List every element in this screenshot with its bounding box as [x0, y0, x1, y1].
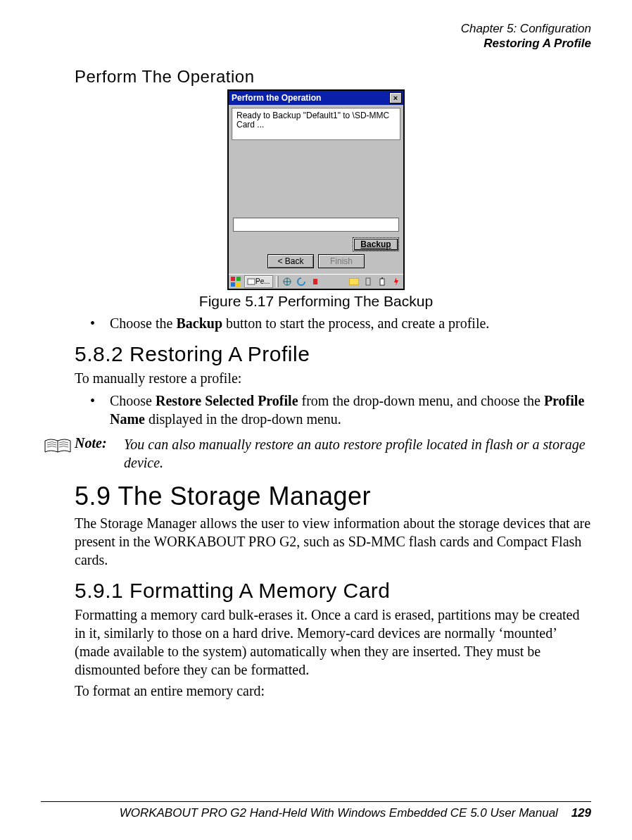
- note-text: You can also manually restore an auto re…: [124, 435, 591, 472]
- tray-power-icon[interactable]: [391, 276, 402, 287]
- dialog-message: Ready to Backup "Default1" to \SD-MMC Ca…: [232, 108, 400, 140]
- bullet-1-pre: Choose the: [110, 315, 176, 331]
- header-chapter: Chapter 5: Configuration: [41, 21, 591, 36]
- bullet-1-bold: Backup: [176, 315, 222, 331]
- bullet-2-mid: from the drop-down menu, and choose the: [298, 393, 544, 408]
- svg-rect-8: [366, 278, 370, 285]
- heading-perform-operation: Perform The Operation: [75, 67, 591, 87]
- figure-caption: Figure 5.17 Performing The Backup: [41, 293, 591, 310]
- close-button[interactable]: ×: [389, 92, 402, 104]
- note-icon: [41, 435, 75, 455]
- paragraph-format-b: To format an entire memory card:: [75, 682, 591, 700]
- svg-rect-1: [236, 277, 241, 281]
- dialog-titlebar: Perform the Operation ×: [229, 91, 403, 105]
- back-button[interactable]: < Back: [267, 254, 314, 268]
- svg-rect-3: [236, 282, 241, 287]
- backup-button[interactable]: Backup: [353, 237, 399, 251]
- bullet-marker: •: [90, 391, 110, 428]
- svg-rect-9: [380, 279, 384, 285]
- finish-button: Finish: [318, 254, 365, 268]
- svg-rect-10: [381, 277, 383, 279]
- tray-device-icon[interactable]: [362, 276, 374, 287]
- page: Chapter 5: Configuration Restoring A Pro…: [0, 0, 632, 840]
- dialog-perform-operation: Perform the Operation × Ready to Backup …: [227, 89, 405, 290]
- header-section: Restoring A Profile: [41, 36, 591, 51]
- bullet-2-pre: Choose: [110, 393, 156, 408]
- footer-page-number: 129: [571, 806, 591, 820]
- running-header: Chapter 5: Configuration Restoring A Pro…: [41, 21, 591, 51]
- tray-battery-icon[interactable]: [377, 276, 388, 287]
- paragraph-restore-intro: To manually restore a profile:: [75, 369, 591, 387]
- taskbar-divider: [276, 276, 279, 287]
- footer: WORKABOUT PRO G2 Hand-Held With Windows …: [41, 801, 591, 820]
- progress-bar: [233, 218, 399, 232]
- bullet-2-bold1: Restore Selected Profile: [156, 393, 298, 408]
- dialog-title: Perform the Operation: [230, 93, 389, 103]
- bullet-2-post: displayed in the drop-down menu.: [145, 411, 341, 427]
- heading-5-8-2: 5.8.2 Restoring A Profile: [75, 342, 591, 366]
- start-icon[interactable]: [230, 276, 241, 287]
- bullet-1: • Choose the Backup button to start the …: [90, 314, 591, 332]
- footer-text: WORKABOUT PRO G2 Hand-Held With Windows …: [120, 806, 558, 820]
- paragraph-format-a: Formatting a memory card bulk-erases it.…: [75, 606, 591, 679]
- heading-5-9: 5.9 The Storage Manager: [75, 482, 591, 511]
- paragraph-storage-manager: The Storage Manager allows the user to v…: [75, 514, 591, 569]
- svg-rect-2: [231, 282, 235, 287]
- tray-sync-icon[interactable]: [296, 276, 307, 287]
- bullet-marker: •: [90, 314, 110, 332]
- note-label: Note:: [75, 435, 124, 451]
- tray-alert-icon[interactable]: [310, 276, 321, 287]
- figure-container: Perform the Operation × Ready to Backup …: [41, 89, 591, 290]
- dialog-body: Ready to Backup "Default1" to \SD-MMC Ca…: [229, 105, 403, 274]
- tray-keyboard-icon[interactable]: [348, 276, 360, 287]
- tray-network-icon[interactable]: [282, 276, 293, 287]
- svg-rect-7: [349, 278, 359, 285]
- taskbar: Pe...: [229, 274, 403, 289]
- svg-rect-6: [313, 279, 317, 284]
- taskbar-task-label: Pe...: [255, 277, 270, 285]
- bullet-2: • Choose Restore Selected Profile from t…: [90, 391, 591, 428]
- heading-5-9-1: 5.9.1 Formatting A Memory Card: [75, 579, 591, 603]
- taskbar-task[interactable]: Pe...: [244, 275, 273, 288]
- svg-rect-0: [231, 277, 235, 281]
- svg-rect-4: [248, 279, 255, 284]
- dialog-spacer: [232, 140, 400, 218]
- note-row: Note: You can also manually restore an a…: [41, 435, 591, 472]
- bullet-1-post: button to start the process, and create …: [222, 315, 489, 331]
